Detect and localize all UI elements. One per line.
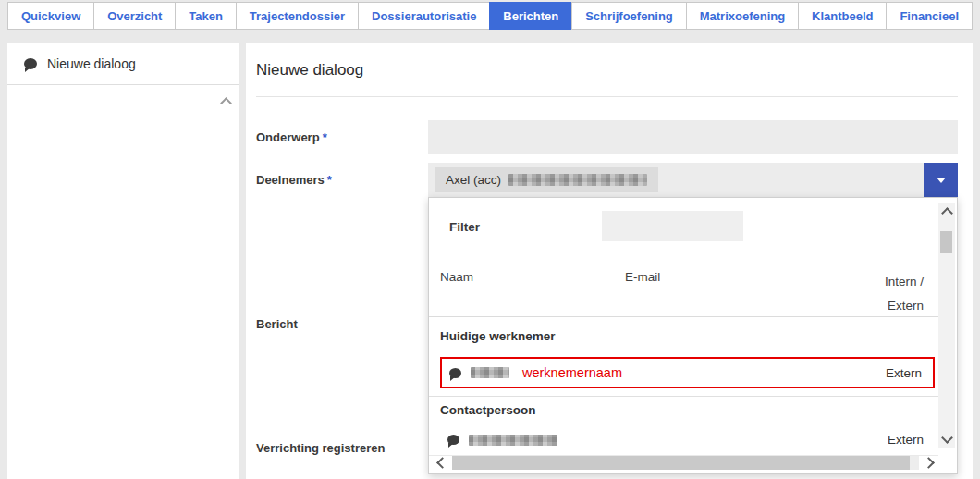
group-header-contactpersoon: Contactpersoon xyxy=(429,396,938,424)
bericht-label: Bericht xyxy=(256,318,298,331)
tab-klantbeeld[interactable]: Klantbeeld xyxy=(798,2,887,30)
dialog-bubble-icon xyxy=(449,368,461,378)
dialog-bubble-icon xyxy=(447,435,459,445)
redacted-name xyxy=(471,367,509,378)
main-panel: Nieuwe dialoog Onderwerp* Deelnemers* Ax… xyxy=(246,43,973,479)
dropdown-horizontal-scrollbar[interactable] xyxy=(438,454,933,471)
tab-overzicht[interactable]: Overzicht xyxy=(93,2,176,30)
berichten-screen: Quickview Overzicht Taken Trajectendossi… xyxy=(0,0,980,479)
scroll-down-button[interactable] xyxy=(938,434,955,442)
title-divider xyxy=(256,96,958,97)
tab-bar: Quickview Overzicht Taken Trajectendossi… xyxy=(7,2,973,30)
chevron-up-icon xyxy=(941,207,953,219)
column-header-intern-extern: Intern / Extern xyxy=(866,270,924,318)
chevron-left-icon[interactable] xyxy=(436,457,448,469)
participant-row-werknemer[interactable]: werknemernaam Extern xyxy=(440,357,935,388)
filter-label: Filter xyxy=(449,220,480,234)
tab-schrijfoefening[interactable]: Schrijfoefening xyxy=(571,2,687,30)
onderwerp-label-text: Onderwerp xyxy=(256,130,320,144)
dropdown-header-row: Naam E-mail Intern / Extern xyxy=(429,255,938,317)
sidebar-item-label: Nieuwe dialoog xyxy=(47,56,136,71)
scroll-up-button[interactable] xyxy=(938,209,955,217)
group-header-huidige-werknemer: Huidige werknemer xyxy=(429,316,938,357)
sidebar: Nieuwe dialoog xyxy=(7,43,239,479)
redacted-participant-name xyxy=(508,174,647,186)
verrichting-registreren-label: Verrichting registreren xyxy=(256,442,385,455)
tab-quickview[interactable]: Quickview xyxy=(7,2,94,30)
selected-participant-chip[interactable]: Axel (acc) xyxy=(435,167,658,192)
chevron-up-icon xyxy=(220,97,232,109)
onderwerp-input[interactable] xyxy=(428,120,958,154)
page-title: Nieuwe dialoog xyxy=(256,61,363,80)
sidebar-scroll-up-button[interactable] xyxy=(217,94,234,111)
tab-berichten[interactable]: Berichten xyxy=(489,2,572,30)
redacted-name xyxy=(469,435,557,446)
caret-down-icon xyxy=(937,178,946,183)
tab-financieel[interactable]: Financieel xyxy=(886,2,972,30)
filter-input[interactable] xyxy=(602,211,743,241)
tab-dossierautorisatie[interactable]: Dossierautorisatie xyxy=(358,2,490,30)
deelnemers-dropdown-button[interactable] xyxy=(924,163,958,197)
column-header-email: E-mail xyxy=(625,270,660,284)
dropdown-vertical-scrollbar[interactable] xyxy=(938,203,955,448)
participant-prefix: Axel (acc) xyxy=(446,173,501,187)
sidebar-item-nieuwe-dialoog[interactable]: Nieuwe dialoog xyxy=(7,43,239,85)
chevron-right-icon[interactable] xyxy=(923,457,935,469)
tab-trajectendossier[interactable]: Trajectendossier xyxy=(236,2,359,30)
dialog-bubble-icon xyxy=(24,58,37,69)
deelnemers-label: Deelnemers* xyxy=(256,163,332,197)
horizontal-scroll-track[interactable] xyxy=(452,456,919,470)
participants-dropdown-panel: Filter Naam E-mail Intern / Extern Huidi… xyxy=(428,197,958,474)
deelnemers-label-text: Deelnemers xyxy=(256,173,325,187)
column-header-naam: Naam xyxy=(440,270,473,284)
intern-extern-value: Extern xyxy=(886,366,922,380)
required-marker: * xyxy=(323,130,327,144)
intern-extern-value: Extern xyxy=(888,433,924,447)
participant-row-contactpersoon[interactable]: Extern xyxy=(429,424,938,456)
horizontal-scroll-thumb[interactable] xyxy=(452,456,910,470)
tab-taken[interactable]: Taken xyxy=(175,2,237,30)
chevron-down-icon xyxy=(941,432,953,444)
deelnemers-field[interactable]: Axel (acc) xyxy=(428,163,958,197)
vertical-scroll-thumb[interactable] xyxy=(940,231,952,253)
onderwerp-label: Onderwerp* xyxy=(256,120,327,154)
tab-matrixoefening[interactable]: Matrixoefening xyxy=(686,2,799,30)
werknemernaam-annotation: werknemernaam xyxy=(522,365,622,380)
required-marker: * xyxy=(327,173,332,187)
